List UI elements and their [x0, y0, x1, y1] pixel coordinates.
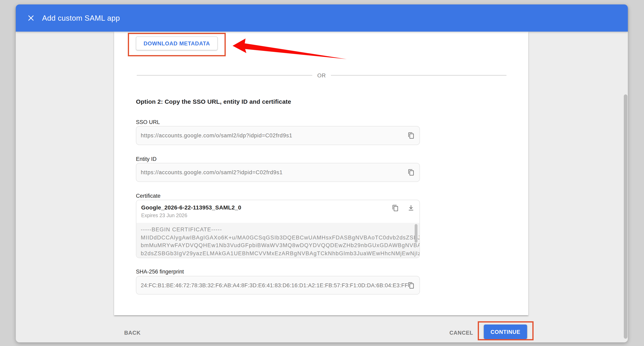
certificate-line: b2dsZSBGb3IgV29yazELMAkGA1UEBhMCVVMxEzAR…	[141, 249, 415, 257]
copy-icon[interactable]	[392, 204, 399, 211]
certificate-line: -----BEGIN CERTIFICATE-----	[141, 226, 415, 234]
sha256-value: 24:FC:B1:BE:46:72:78:3B:32:F6:AB:A4:8F:3…	[141, 282, 408, 288]
sso-url-field: https://accounts.google.com/o/saml2/idp?…	[136, 126, 420, 145]
dialog-title: Add custom SAML app	[42, 14, 120, 23]
option2-heading: Option 2: Copy the SSO URL, entity ID an…	[136, 98, 291, 105]
download-icon[interactable]	[407, 204, 415, 212]
certificate-line: MIIDdDCCAlygAwIBAgIGAXo6K+u/MA0GCSqGSIb3…	[141, 234, 415, 241]
divider-line	[137, 75, 312, 76]
certificate-expiry: Expires 23 Jun 2026	[141, 213, 187, 218]
annotation-arrow-icon	[226, 36, 348, 64]
page: Add custom SAML app DOWNLOAD METADATA OR…	[0, 0, 644, 346]
entity-id-value: https://accounts.google.com/o/saml2?idpi…	[141, 169, 283, 176]
sha256-label: SHA-256 fingerprint	[136, 269, 184, 275]
back-button[interactable]: BACK	[124, 330, 140, 336]
certificate-body[interactable]: -----BEGIN CERTIFICATE----- MIIDdDCCAlyg…	[136, 223, 420, 258]
download-metadata-button[interactable]: DOWNLOAD METADATA	[136, 37, 218, 50]
certificate-card: Google_2026-6-22-113953_SAML2_0 Expires …	[136, 200, 420, 258]
copy-icon[interactable]	[408, 132, 415, 139]
entity-id-label: Entity ID	[136, 156, 156, 162]
content-card: DOWNLOAD METADATA OR Option 2: Copy the …	[114, 32, 528, 315]
add-custom-saml-app-dialog: Add custom SAML app DOWNLOAD METADATA OR…	[16, 5, 628, 342]
entity-id-field: https://accounts.google.com/o/saml2?idpi…	[136, 163, 420, 182]
certificate-scrollbar[interactable]	[415, 224, 418, 243]
close-icon[interactable]	[26, 14, 35, 23]
copy-icon[interactable]	[408, 169, 415, 176]
sso-url-label: SSO URL	[136, 119, 160, 126]
certificate-name: Google_2026-6-22-113953_SAML2_0	[141, 204, 241, 211]
sha256-field: 24:FC:B1:BE:46:72:78:3B:32:F6:AB:A4:8F:3…	[136, 276, 420, 294]
copy-icon[interactable]	[408, 282, 415, 289]
cancel-button[interactable]: CANCEL	[450, 330, 473, 336]
or-divider: OR	[137, 72, 506, 79]
continue-button[interactable]: CONTINUE	[484, 324, 527, 339]
or-label: OR	[312, 72, 331, 78]
sso-url-value: https://accounts.google.com/o/saml2/idp?…	[141, 132, 292, 138]
certificate-label: Certificate	[136, 193, 160, 199]
divider-line	[331, 75, 506, 76]
dialog-header: Add custom SAML app	[16, 5, 628, 32]
dialog-scrollbar[interactable]	[624, 94, 628, 339]
certificate-line: bmMuMRYwFAYDVQQHEw1Nb3VudGFpbiBWaWV3MQ8w…	[141, 241, 415, 249]
certificate-actions	[392, 204, 415, 212]
